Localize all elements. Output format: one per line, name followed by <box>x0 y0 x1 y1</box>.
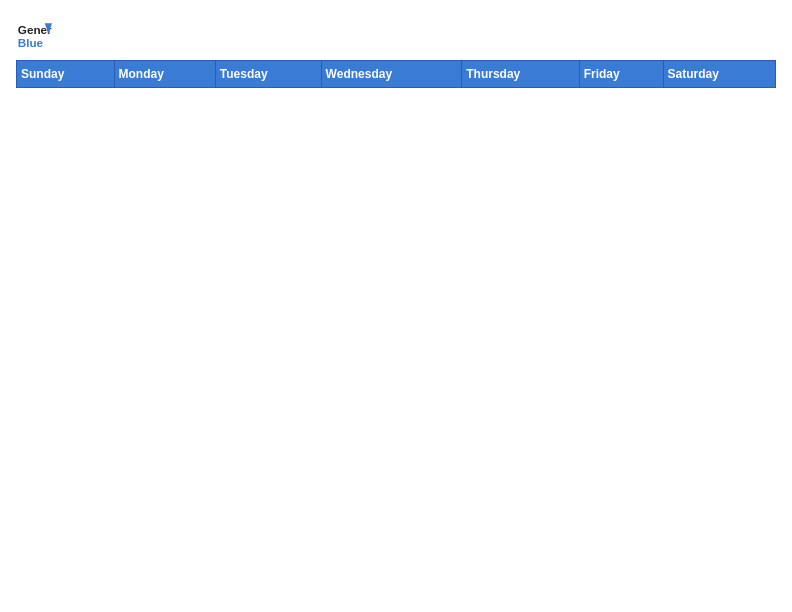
weekday-header-saturday: Saturday <box>663 61 776 88</box>
svg-text:Blue: Blue <box>18 36 44 49</box>
weekday-header-tuesday: Tuesday <box>215 61 321 88</box>
weekday-header-monday: Monday <box>114 61 215 88</box>
weekday-header-friday: Friday <box>579 61 663 88</box>
calendar-header: SundayMondayTuesdayWednesdayThursdayFrid… <box>17 61 776 88</box>
weekday-header-wednesday: Wednesday <box>321 61 462 88</box>
logo: General Blue <box>16 16 56 52</box>
weekday-header-sunday: Sunday <box>17 61 115 88</box>
weekday-header-thursday: Thursday <box>462 61 579 88</box>
